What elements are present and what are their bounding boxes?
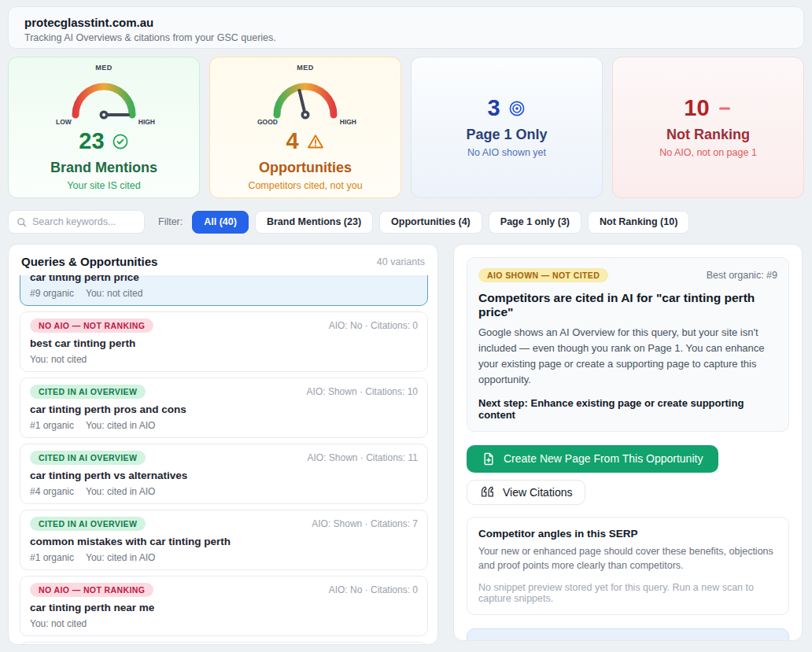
queries-panel-header: Queries & Opportunities 40 variants xyxy=(9,245,437,275)
check-circle-icon xyxy=(112,133,129,150)
query-text: car tinting perth price xyxy=(30,275,418,284)
site-subtitle: Tracking AI Overviews & citations from y… xyxy=(24,32,788,43)
related-searches-title: Related Searches (8) xyxy=(478,639,777,641)
query-item[interactable]: AIO SHOWN — NOT CITEDAIO: Shown · Citati… xyxy=(20,642,428,644)
brand-mentions-gauge: MED LOW HIGH xyxy=(45,64,163,127)
queries-panel-title: Queries & Opportunities xyxy=(21,255,157,268)
file-plus-icon xyxy=(482,452,495,466)
related-searches-card: Related Searches (8) Mobile car tinting … xyxy=(467,628,789,641)
status-badge: NO AIO — NOT RANKING xyxy=(30,319,153,333)
status-badge: NO AIO — NOT RANKING xyxy=(30,583,153,597)
stat-label: Brand Mentions xyxy=(50,160,157,176)
next-step-text: Next step: Enhance existing page or crea… xyxy=(478,397,777,421)
stat-card-page1-only: 3 Page 1 Only No AIO shown yet xyxy=(411,57,603,198)
stat-sublabel: No AIO shown yet xyxy=(467,147,546,158)
gauge-arc xyxy=(264,74,346,123)
site-header: protecglasstint.com.au Tracking AI Overv… xyxy=(8,6,804,49)
query-meta: You: not cited xyxy=(30,354,418,365)
query-meta: #4 organicYou: cited in AIO xyxy=(30,486,418,497)
filter-button-all[interactable]: All (40) xyxy=(192,211,249,234)
query-text: common mistakes with car tinting perth xyxy=(30,536,418,548)
detail-panel: AIO SHOWN — NOT CITED Best organic: #9 C… xyxy=(453,244,803,641)
target-icon xyxy=(507,99,526,118)
filter-row: Filter: All (40)Brand Mentions (23)Oppor… xyxy=(8,209,804,234)
page1-only-value: 3 xyxy=(487,97,500,120)
stat-card-opportunities: MED GOOD HIGH 4 xyxy=(209,57,401,198)
status-badge: CITED IN AI OVERVIEW xyxy=(30,451,146,465)
search-icon xyxy=(17,216,27,228)
stat-label: Page 1 Only xyxy=(466,127,547,143)
query-text: car tinting perth pros and cons xyxy=(30,403,418,416)
competitor-angles-note: No snippet preview stored yet for this q… xyxy=(478,582,777,604)
query-item[interactable]: car tinting perth price#9 organicYou: no… xyxy=(20,275,428,306)
aio-citations-meta: AIO: Shown · Citations: 7 xyxy=(312,518,418,529)
query-item[interactable]: NO AIO — NOT RANKINGAIO: No · Citations:… xyxy=(20,311,428,372)
page: protecglasstint.com.au Tracking AI Overv… xyxy=(0,0,812,645)
create-page-button-label: Create New Page From This Opportunity xyxy=(504,452,703,465)
best-organic-label: Best organic: #9 xyxy=(707,270,777,281)
stats-row: MED LOW HIGH 23 xyxy=(8,57,804,198)
filter-buttons: All (40)Brand Mentions (23)Opportunities… xyxy=(192,211,689,234)
query-text: car tinting perth near me xyxy=(30,602,418,614)
main-content: Queries & Opportunities 40 variants car … xyxy=(8,244,804,645)
warning-triangle-icon xyxy=(306,133,325,150)
query-item[interactable]: CITED IN AI OVERVIEWAIO: Shown · Citatio… xyxy=(20,510,428,570)
query-item[interactable]: CITED IN AI OVERVIEWAIO: Shown · Citatio… xyxy=(20,378,428,438)
gauge-label-med: MED xyxy=(45,64,163,72)
competitor-angles-title: Competitor angles in this SERP xyxy=(478,528,777,540)
aio-citations-meta: AIO: Shown · Citations: 10 xyxy=(307,386,418,397)
competitor-angles-body: Your new or enhanced page should cover t… xyxy=(478,544,777,574)
variants-count: 40 variants xyxy=(377,256,425,267)
aio-citations-meta: AIO: Shown · Citations: 11 xyxy=(307,452,418,463)
status-badge: CITED IN AI OVERVIEW xyxy=(30,385,146,399)
stat-label: Not Ranking xyxy=(666,127,750,143)
opportunity-summary-card: AIO SHOWN — NOT CITED Best organic: #9 C… xyxy=(467,257,789,432)
status-badge: CITED IN AI OVERVIEW xyxy=(30,517,146,531)
query-meta: You: not cited xyxy=(30,618,418,629)
query-meta: #1 organicYou: cited in AIO xyxy=(30,420,418,431)
filter-button-not-ranking[interactable]: Not Ranking (10) xyxy=(588,211,689,234)
query-meta: #9 organicYou: not cited xyxy=(30,288,418,299)
view-citations-button[interactable]: View Citations xyxy=(467,480,585,505)
gauge-arc xyxy=(63,74,145,123)
opportunity-title: Competitors are cited in AI for "car tin… xyxy=(478,291,777,319)
query-meta: #1 organicYou: cited in AIO xyxy=(30,552,418,563)
query-list: car tinting perth price#9 organicYou: no… xyxy=(9,275,437,644)
competitor-angles-card: Competitor angles in this SERP Your new … xyxy=(467,517,789,616)
query-text: car tinting perth vs alternatives xyxy=(30,470,418,482)
stat-sublabel: Your site IS cited xyxy=(67,180,140,191)
filter-button-brand-mentions[interactable]: Brand Mentions (23) xyxy=(255,211,373,234)
gauge-label-low: LOW xyxy=(56,118,72,126)
view-citations-button-label: View Citations xyxy=(503,486,572,499)
quote-icon xyxy=(480,486,495,498)
site-title: protecglasstint.com.au xyxy=(24,16,788,29)
search-box xyxy=(8,210,145,234)
gauge-label-high: HIGH xyxy=(340,118,356,126)
queries-panel: Queries & Opportunities 40 variants car … xyxy=(8,244,438,645)
stat-sublabel: Competitors cited, not you xyxy=(248,180,362,191)
gauge-label-good: GOOD xyxy=(257,118,278,126)
create-page-button[interactable]: Create New Page From This Opportunity xyxy=(467,445,718,473)
stat-card-not-ranking: 10 Not Ranking No AIO, not on page 1 xyxy=(612,57,804,198)
gauge-label-med: MED xyxy=(246,64,364,72)
query-item[interactable]: NO AIO — NOT RANKINGAIO: No · Citations:… xyxy=(20,576,428,636)
filter-label: Filter: xyxy=(158,216,183,227)
query-text: best car tinting perth xyxy=(30,337,418,350)
opportunities-value: 4 xyxy=(286,130,298,153)
brand-mentions-value: 23 xyxy=(79,130,104,153)
filter-button-page1-only[interactable]: Page 1 only (3) xyxy=(489,211,581,234)
opportunities-gauge: MED GOOD HIGH xyxy=(246,64,364,127)
aio-citations-meta: AIO: No · Citations: 0 xyxy=(329,320,418,331)
opportunity-description: Google shows an AI Overview for this que… xyxy=(478,325,777,389)
query-item[interactable]: CITED IN AI OVERVIEWAIO: Shown · Citatio… xyxy=(20,444,428,504)
gauge-label-high: HIGH xyxy=(138,118,155,126)
search-input[interactable] xyxy=(32,216,136,227)
not-ranking-value: 10 xyxy=(684,97,709,120)
aio-citations-meta: AIO: No · Citations: 0 xyxy=(329,584,418,595)
stat-card-brand-mentions: MED LOW HIGH 23 xyxy=(8,57,200,198)
minus-icon xyxy=(717,101,733,116)
stat-sublabel: No AIO, not on page 1 xyxy=(659,147,757,158)
stat-label: Opportunities xyxy=(259,160,352,176)
status-badge: AIO SHOWN — NOT CITED xyxy=(478,268,608,282)
filter-button-opportunities[interactable]: Opportunities (4) xyxy=(379,211,482,234)
